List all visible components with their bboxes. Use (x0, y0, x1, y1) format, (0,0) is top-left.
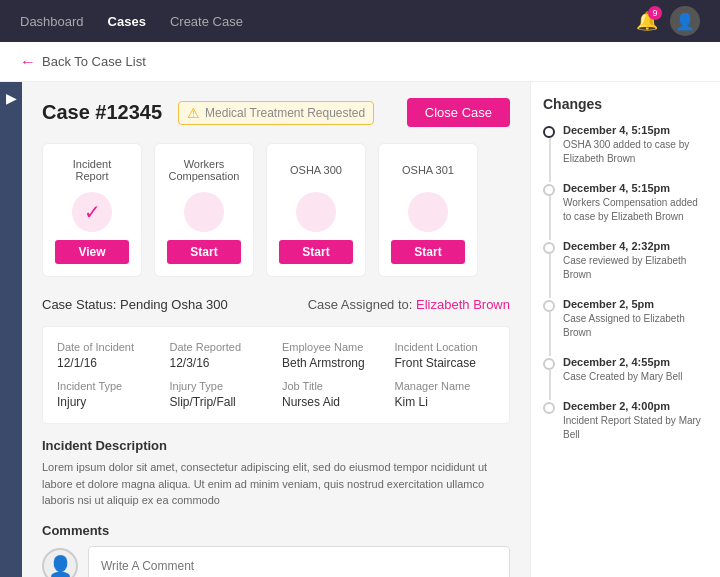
field-label-4: Incident Type (57, 380, 158, 392)
timeline-dot-2 (543, 242, 555, 254)
notification-bell[interactable]: 🔔 9 (636, 10, 658, 32)
nav-dashboard[interactable]: Dashboard (20, 14, 84, 29)
sidebar-toggle[interactable]: ▶ (0, 82, 22, 577)
doc-card-icon-3 (408, 192, 448, 232)
timeline-item-4: December 2, 4:55pm Case Created by Mary … (563, 356, 708, 384)
assigned-name[interactable]: Elizabeth Brown (416, 297, 510, 312)
field-label-6: Job Title (282, 380, 383, 392)
timeline-item-1: December 4, 5:15pm Workers Compensation … (563, 182, 708, 224)
change-desc-0: OSHA 300 added to case by Elizabeth Brow… (563, 138, 708, 166)
comment-input[interactable] (88, 546, 510, 578)
field-label-2: Employee Name (282, 341, 383, 353)
field-job-title: Job Title Nurses Aid (282, 380, 383, 409)
doc-card-btn-1[interactable]: Start (167, 240, 241, 264)
field-value-2: Beth Armstrong (282, 356, 383, 370)
field-value-5: Slip/Trip/Fall (170, 395, 271, 409)
timeline-item-5: December 2, 4:00pm Incident Report State… (563, 400, 708, 442)
field-value-0: 12/1/16 (57, 356, 158, 370)
doc-card-workers-comp: Workers Compensation Start (154, 143, 254, 277)
change-date-3: December 2, 5pm (563, 298, 708, 310)
case-assigned: Case Assigned to: Elizabeth Brown (308, 297, 510, 312)
status-badge: ⚠ Medical Treatment Requested (178, 101, 374, 125)
incident-description: Incident Description Lorem ipsum dolor s… (42, 438, 510, 509)
doc-card-icon-0: ✓ (72, 192, 112, 232)
doc-card-icon-2 (296, 192, 336, 232)
field-injury-type: Injury Type Slip/Trip/Fall (170, 380, 271, 409)
doc-card-btn-0[interactable]: View (55, 240, 129, 264)
field-value-7: Kim Li (395, 395, 496, 409)
case-title: Case #12345 (42, 101, 162, 124)
doc-card-osha300: OSHA 300 Start (266, 143, 366, 277)
field-label-7: Manager Name (395, 380, 496, 392)
field-value-4: Injury (57, 395, 158, 409)
change-desc-3: Case Assigned to Elizabeth Brown (563, 312, 708, 340)
doc-card-title-2: OSHA 300 (279, 156, 353, 184)
field-incident-type: Incident Type Injury (57, 380, 158, 409)
field-value-1: 12/3/16 (170, 356, 271, 370)
change-desc-1: Workers Compensation added to case by El… (563, 196, 708, 224)
timeline-item-2: December 4, 2:32pm Case reviewed by Eliz… (563, 240, 708, 282)
back-bar: ← Back To Case List (0, 42, 720, 82)
timeline-dot-5 (543, 402, 555, 414)
change-date-4: December 2, 4:55pm (563, 356, 708, 368)
field-employee-name: Employee Name Beth Armstrong (282, 341, 383, 370)
timeline-line-2 (549, 254, 551, 298)
warning-icon: ⚠ (187, 105, 200, 121)
field-date-of-incident: Date of Incident 12/1/16 (57, 341, 158, 370)
change-date-0: December 4, 5:15pm (563, 124, 708, 136)
nav-links: Dashboard Cases Create Case (20, 14, 243, 29)
navbar: Dashboard Cases Create Case 🔔 9 👤 (0, 0, 720, 42)
field-label-3: Incident Location (395, 341, 496, 353)
field-label-1: Date Reported (170, 341, 271, 353)
timeline-dot-3 (543, 300, 555, 312)
fields-grid: Date of Incident 12/1/16 Date Reported 1… (57, 341, 495, 409)
sidebar-toggle-icon: ▶ (6, 90, 17, 106)
field-label-0: Date of Incident (57, 341, 158, 353)
change-desc-4: Case Created by Mary Bell (563, 370, 708, 384)
changes-heading: Changes (543, 96, 708, 112)
comment-input-row: 👤 (42, 546, 510, 578)
case-header: Case #12345 ⚠ Medical Treatment Requeste… (42, 98, 510, 127)
doc-card-title-0: Incident Report (55, 156, 129, 184)
field-date-reported: Date Reported 12/3/16 (170, 341, 271, 370)
nav-cases[interactable]: Cases (108, 14, 146, 29)
doc-card-icon-1 (184, 192, 224, 232)
user-avatar[interactable]: 👤 (670, 6, 700, 36)
timeline-dot-4 (543, 358, 555, 370)
timeline-line-1 (549, 196, 551, 240)
avatar-icon: 👤 (675, 12, 695, 31)
fields-section: Date of Incident 12/1/16 Date Reported 1… (42, 326, 510, 424)
nav-create-case[interactable]: Create Case (170, 14, 243, 29)
timeline-line-0 (549, 138, 551, 182)
field-manager-name: Manager Name Kim Li (395, 380, 496, 409)
doc-card-incident-report: Incident Report ✓ View (42, 143, 142, 277)
doc-card-btn-3[interactable]: Start (391, 240, 465, 264)
case-status-text: Case Status: Pending Osha 300 (42, 297, 228, 312)
timeline-item-0: December 4, 5:15pm OSHA 300 added to cas… (563, 124, 708, 166)
comment-avatar: 👤 (42, 548, 78, 578)
incident-desc-text: Lorem ipsum dolor sit amet, consectetur … (42, 459, 510, 509)
main-layout: ▶ Case #12345 ⚠ Medical Treatment Reques… (0, 82, 720, 577)
timeline-line-3 (549, 312, 551, 356)
doc-card-btn-2[interactable]: Start (279, 240, 353, 264)
timeline-dot-1 (543, 184, 555, 196)
timeline-line-4 (549, 370, 551, 400)
doc-card-osha301: OSHA 301 Start (378, 143, 478, 277)
close-case-button[interactable]: Close Case (407, 98, 510, 127)
field-value-6: Nurses Aid (282, 395, 383, 409)
field-incident-location: Incident Location Front Staircase (395, 341, 496, 370)
field-label-5: Injury Type (170, 380, 271, 392)
timeline-dot-0 (543, 126, 555, 138)
status-badge-text: Medical Treatment Requested (205, 106, 365, 120)
doc-card-title-3: OSHA 301 (391, 156, 465, 184)
field-value-3: Front Staircase (395, 356, 496, 370)
comments-section: Comments 👤 (42, 523, 510, 578)
change-date-5: December 2, 4:00pm (563, 400, 708, 412)
nav-right: 🔔 9 👤 (636, 6, 700, 36)
timeline: December 4, 5:15pm OSHA 300 added to cas… (543, 124, 708, 442)
change-date-1: December 4, 5:15pm (563, 182, 708, 194)
document-cards-row: Incident Report ✓ View Workers Compensat… (42, 143, 510, 277)
back-to-list-link[interactable]: ← Back To Case List (20, 53, 146, 71)
back-arrow-icon: ← (20, 53, 36, 71)
timeline-item-3: December 2, 5pm Case Assigned to Elizabe… (563, 298, 708, 340)
